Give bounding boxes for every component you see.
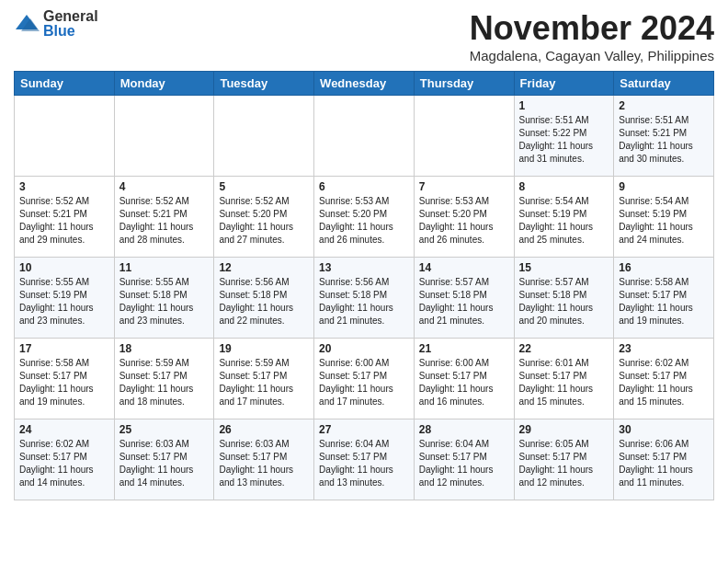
calendar-cell: 11Sunrise: 5:55 AM Sunset: 5:18 PM Dayli… xyxy=(114,258,214,339)
logo-icon xyxy=(14,11,40,37)
logo-text: General Blue xyxy=(43,9,98,39)
calendar-cell: 19Sunrise: 5:59 AM Sunset: 5:17 PM Dayli… xyxy=(214,339,314,419)
calendar-cell: 18Sunrise: 5:59 AM Sunset: 5:17 PM Dayli… xyxy=(114,339,214,419)
day-info: Sunrise: 6:00 AM Sunset: 5:17 PM Dayligh… xyxy=(419,357,509,408)
day-info: Sunrise: 5:52 AM Sunset: 5:20 PM Dayligh… xyxy=(219,195,309,247)
day-number: 1 xyxy=(519,99,609,112)
calendar-cell xyxy=(414,96,514,177)
day-info: Sunrise: 6:02 AM Sunset: 5:17 PM Dayligh… xyxy=(619,357,709,408)
calendar-cell: 26Sunrise: 6:03 AM Sunset: 5:17 PM Dayli… xyxy=(214,419,314,500)
day-info: Sunrise: 6:04 AM Sunset: 5:17 PM Dayligh… xyxy=(319,438,409,489)
calendar-cell: 6Sunrise: 5:53 AM Sunset: 5:20 PM Daylig… xyxy=(314,177,415,258)
calendar-week-row: 24Sunrise: 6:02 AM Sunset: 5:17 PM Dayli… xyxy=(15,419,714,500)
calendar-cell: 21Sunrise: 6:00 AM Sunset: 5:17 PM Dayli… xyxy=(414,339,514,419)
day-number: 29 xyxy=(519,423,609,436)
calendar-cell: 5Sunrise: 5:52 AM Sunset: 5:20 PM Daylig… xyxy=(214,177,314,258)
day-number: 2 xyxy=(619,99,709,112)
day-number: 27 xyxy=(319,423,409,436)
day-number: 13 xyxy=(319,261,409,274)
calendar-week-row: 3Sunrise: 5:52 AM Sunset: 5:21 PM Daylig… xyxy=(15,177,714,258)
day-number: 19 xyxy=(219,342,309,355)
calendar-cell: 28Sunrise: 6:04 AM Sunset: 5:17 PM Dayli… xyxy=(414,419,514,500)
day-info: Sunrise: 5:52 AM Sunset: 5:21 PM Dayligh… xyxy=(119,195,210,247)
logo-blue: Blue xyxy=(43,24,98,39)
weekday-header: Wednesday xyxy=(314,72,415,96)
day-info: Sunrise: 5:54 AM Sunset: 5:19 PM Dayligh… xyxy=(619,195,709,247)
calendar-cell: 17Sunrise: 5:58 AM Sunset: 5:17 PM Dayli… xyxy=(15,339,115,419)
day-number: 17 xyxy=(19,342,109,355)
calendar-week-row: 10Sunrise: 5:55 AM Sunset: 5:19 PM Dayli… xyxy=(15,258,714,339)
month-title: November 2024 xyxy=(470,9,714,48)
calendar-table: SundayMondayTuesdayWednesdayThursdayFrid… xyxy=(14,71,714,500)
day-info: Sunrise: 5:58 AM Sunset: 5:17 PM Dayligh… xyxy=(619,276,709,327)
day-info: Sunrise: 5:52 AM Sunset: 5:21 PM Dayligh… xyxy=(19,195,109,247)
day-info: Sunrise: 6:05 AM Sunset: 5:17 PM Dayligh… xyxy=(519,438,609,489)
day-number: 4 xyxy=(119,180,210,193)
day-info: Sunrise: 5:54 AM Sunset: 5:19 PM Dayligh… xyxy=(519,195,609,247)
day-number: 3 xyxy=(19,180,109,193)
calendar-cell: 14Sunrise: 5:57 AM Sunset: 5:18 PM Dayli… xyxy=(414,258,514,339)
calendar-cell: 13Sunrise: 5:56 AM Sunset: 5:18 PM Dayli… xyxy=(314,258,415,339)
calendar-cell: 22Sunrise: 6:01 AM Sunset: 5:17 PM Dayli… xyxy=(514,339,614,419)
calendar-cell: 7Sunrise: 5:53 AM Sunset: 5:20 PM Daylig… xyxy=(414,177,514,258)
page-header: General Blue November 2024 Magdalena, Ca… xyxy=(14,9,714,63)
calendar-cell: 27Sunrise: 6:04 AM Sunset: 5:17 PM Dayli… xyxy=(314,419,415,500)
calendar-cell: 23Sunrise: 6:02 AM Sunset: 5:17 PM Dayli… xyxy=(614,339,714,419)
weekday-header: Friday xyxy=(514,72,614,96)
day-info: Sunrise: 5:53 AM Sunset: 5:20 PM Dayligh… xyxy=(419,195,509,247)
calendar-cell: 4Sunrise: 5:52 AM Sunset: 5:21 PM Daylig… xyxy=(114,177,214,258)
calendar-cell: 25Sunrise: 6:03 AM Sunset: 5:17 PM Dayli… xyxy=(114,419,214,500)
weekday-header: Tuesday xyxy=(214,72,314,96)
day-number: 24 xyxy=(19,423,109,436)
weekday-header: Thursday xyxy=(414,72,514,96)
calendar-cell xyxy=(214,96,314,177)
day-info: Sunrise: 6:04 AM Sunset: 5:17 PM Dayligh… xyxy=(419,438,509,489)
day-number: 14 xyxy=(419,261,509,274)
title-block: November 2024 Magdalena, Cagayan Valley,… xyxy=(470,9,714,63)
weekday-header: Saturday xyxy=(614,72,714,96)
day-number: 21 xyxy=(419,342,509,355)
day-info: Sunrise: 5:55 AM Sunset: 5:19 PM Dayligh… xyxy=(19,276,109,327)
day-info: Sunrise: 5:59 AM Sunset: 5:17 PM Dayligh… xyxy=(119,357,210,408)
day-number: 8 xyxy=(519,180,609,193)
day-info: Sunrise: 5:56 AM Sunset: 5:18 PM Dayligh… xyxy=(219,276,309,327)
day-info: Sunrise: 5:55 AM Sunset: 5:18 PM Dayligh… xyxy=(119,276,210,327)
calendar-cell: 12Sunrise: 5:56 AM Sunset: 5:18 PM Dayli… xyxy=(214,258,314,339)
day-info: Sunrise: 5:53 AM Sunset: 5:20 PM Dayligh… xyxy=(319,195,409,247)
calendar-cell: 15Sunrise: 5:57 AM Sunset: 5:18 PM Dayli… xyxy=(514,258,614,339)
day-number: 7 xyxy=(419,180,509,193)
calendar-cell: 2Sunrise: 5:51 AM Sunset: 5:21 PM Daylig… xyxy=(614,96,714,177)
calendar-cell: 10Sunrise: 5:55 AM Sunset: 5:19 PM Dayli… xyxy=(15,258,115,339)
day-number: 28 xyxy=(419,423,509,436)
day-number: 15 xyxy=(519,261,609,274)
day-number: 18 xyxy=(119,342,210,355)
day-number: 10 xyxy=(19,261,109,274)
day-number: 12 xyxy=(219,261,309,274)
day-number: 16 xyxy=(619,261,709,274)
calendar-cell: 1Sunrise: 5:51 AM Sunset: 5:22 PM Daylig… xyxy=(514,96,614,177)
day-number: 23 xyxy=(619,342,709,355)
day-number: 26 xyxy=(219,423,309,436)
calendar-cell: 9Sunrise: 5:54 AM Sunset: 5:19 PM Daylig… xyxy=(614,177,714,258)
calendar-cell: 29Sunrise: 6:05 AM Sunset: 5:17 PM Dayli… xyxy=(514,419,614,500)
logo-general: General xyxy=(43,9,98,24)
calendar-cell: 24Sunrise: 6:02 AM Sunset: 5:17 PM Dayli… xyxy=(15,419,115,500)
day-info: Sunrise: 5:51 AM Sunset: 5:22 PM Dayligh… xyxy=(519,114,609,166)
location-subtitle: Magdalena, Cagayan Valley, Philippines xyxy=(470,48,714,63)
day-number: 20 xyxy=(319,342,409,355)
day-info: Sunrise: 5:51 AM Sunset: 5:21 PM Dayligh… xyxy=(619,114,709,166)
calendar-week-row: 1Sunrise: 5:51 AM Sunset: 5:22 PM Daylig… xyxy=(15,96,714,177)
day-info: Sunrise: 5:57 AM Sunset: 5:18 PM Dayligh… xyxy=(519,276,609,327)
day-info: Sunrise: 5:58 AM Sunset: 5:17 PM Dayligh… xyxy=(19,357,109,408)
weekday-header: Monday xyxy=(114,72,214,96)
calendar-header-row: SundayMondayTuesdayWednesdayThursdayFrid… xyxy=(15,72,714,96)
calendar-week-row: 17Sunrise: 5:58 AM Sunset: 5:17 PM Dayli… xyxy=(15,339,714,419)
day-number: 9 xyxy=(619,180,709,193)
weekday-header: Sunday xyxy=(15,72,115,96)
day-number: 11 xyxy=(119,261,210,274)
day-info: Sunrise: 6:02 AM Sunset: 5:17 PM Dayligh… xyxy=(19,438,109,489)
calendar-cell: 20Sunrise: 6:00 AM Sunset: 5:17 PM Dayli… xyxy=(314,339,415,419)
calendar-cell: 8Sunrise: 5:54 AM Sunset: 5:19 PM Daylig… xyxy=(514,177,614,258)
logo: General Blue xyxy=(14,9,98,39)
calendar-cell: 30Sunrise: 6:06 AM Sunset: 5:17 PM Dayli… xyxy=(614,419,714,500)
